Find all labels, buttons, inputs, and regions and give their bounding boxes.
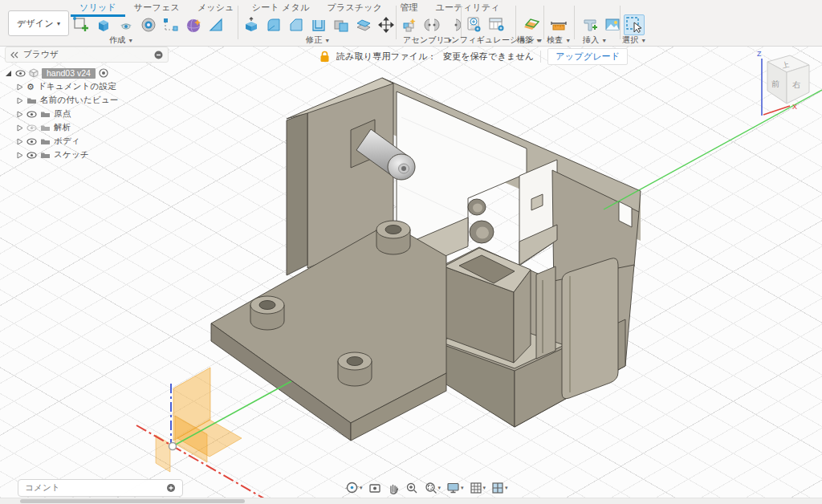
eye-icon[interactable] bbox=[15, 70, 26, 77]
collapsed-triangle-icon[interactable] bbox=[17, 97, 23, 104]
plus-circle-icon[interactable] bbox=[166, 483, 176, 493]
collapsed-triangle-icon[interactable] bbox=[17, 138, 23, 145]
chamfer-icon[interactable] bbox=[286, 14, 306, 35]
comment-box[interactable]: コメント bbox=[18, 479, 183, 497]
browser-item-bodies[interactable]: ボディ bbox=[16, 135, 169, 148]
lock-icon bbox=[319, 51, 330, 63]
upgrade-button[interactable]: アップグレード bbox=[547, 48, 628, 65]
pan-icon[interactable] bbox=[387, 482, 400, 494]
look-at-icon[interactable] bbox=[368, 482, 381, 494]
group-assemble-icons bbox=[399, 14, 464, 35]
rib-icon[interactable] bbox=[206, 14, 226, 35]
toolbar-divider bbox=[543, 6, 544, 39]
browser-item-sketches[interactable]: スケッチ bbox=[16, 148, 169, 161]
group-insert-label[interactable]: 挿入 ▼ bbox=[583, 35, 607, 46]
group-select-label[interactable]: 選択 ▼ bbox=[622, 35, 646, 46]
group-inspect-label[interactable]: 検査 ▼ bbox=[547, 35, 571, 46]
toolbar-divider bbox=[574, 6, 575, 39]
extrude-icon[interactable] bbox=[93, 14, 113, 35]
create-sketch-icon[interactable] bbox=[71, 14, 91, 35]
configuration-table-icon[interactable] bbox=[464, 14, 484, 35]
folder-icon bbox=[40, 110, 51, 118]
browser-root-row[interactable]: hand03 v24 bbox=[5, 67, 169, 79]
eye-icon[interactable] bbox=[26, 152, 37, 159]
offset-face-icon[interactable] bbox=[353, 14, 373, 35]
gear-icon: ⚙ bbox=[26, 82, 35, 92]
chevron-down-icon: ▾ bbox=[57, 20, 60, 27]
configure-features-icon[interactable] bbox=[486, 14, 507, 35]
readonly-label: 読み取り専用ファイル： bbox=[336, 51, 437, 63]
select-icon[interactable] bbox=[624, 14, 645, 35]
design-workspace-label: デザイン bbox=[17, 18, 54, 30]
fusion360-window: Z X 上 前 右 デザイン ▾ ソリッド サーフェス メッシュ シート メタル… bbox=[0, 0, 822, 504]
folder-icon bbox=[40, 151, 51, 159]
group-modify-icons bbox=[241, 14, 396, 35]
design-workspace-button[interactable]: デザイン ▾ bbox=[8, 10, 69, 36]
construction-plane-icon[interactable] bbox=[520, 14, 540, 35]
group-select-icons bbox=[624, 14, 645, 35]
browser-panel: ブラウザ hand03 v24 ⚙ ドキュメントの設定 名前の付いたビュー bbox=[5, 47, 169, 162]
banner-divider bbox=[540, 51, 541, 63]
group-create-label[interactable]: 作成 ▼ bbox=[109, 35, 133, 46]
panel-options-icon[interactable] bbox=[154, 51, 163, 59]
eye-hidden-icon[interactable] bbox=[26, 124, 37, 132]
form-icon[interactable] bbox=[183, 14, 203, 35]
hole-icon[interactable] bbox=[138, 14, 158, 35]
fillet-icon[interactable] bbox=[263, 14, 283, 35]
expanded-triangle-icon[interactable] bbox=[5, 70, 12, 77]
toolbar-divider bbox=[515, 6, 516, 39]
browser-item-document-settings[interactable]: ⚙ ドキュメントの設定 bbox=[16, 80, 169, 93]
new-component-icon[interactable] bbox=[399, 14, 419, 35]
fit-icon[interactable]: ▾ bbox=[424, 481, 442, 494]
collapse-panel-icon[interactable] bbox=[10, 51, 18, 59]
ribbon-toolbar: デザイン ▾ ソリッド サーフェス メッシュ シート メタル プラスチック 管理… bbox=[0, 0, 822, 47]
browser-tree: hand03 v24 ⚙ ドキュメントの設定 名前の付いたビュー 原点 bbox=[5, 67, 169, 161]
move-copy-icon[interactable] bbox=[376, 14, 396, 35]
group-construct-icons bbox=[520, 14, 540, 35]
group-inspect-icons bbox=[548, 14, 568, 35]
navigation-toolbar: ▾ ▾ ▾ ▾ ▾ bbox=[345, 480, 508, 495]
toolbar-divider bbox=[238, 6, 238, 39]
revolve-icon[interactable] bbox=[116, 14, 136, 35]
zoom-icon[interactable] bbox=[405, 482, 418, 494]
insert-mesh-icon[interactable] bbox=[580, 14, 600, 35]
toolbar-divider bbox=[396, 6, 397, 39]
combine-icon[interactable] bbox=[331, 14, 351, 35]
group-construct-label[interactable]: 構築 ▼ bbox=[517, 35, 541, 46]
eye-icon[interactable] bbox=[26, 138, 37, 145]
viewports-icon[interactable]: ▾ bbox=[491, 482, 508, 494]
browser-item-analysis[interactable]: 解析 bbox=[16, 121, 169, 134]
group-modify-label[interactable]: 修正 ▼ bbox=[306, 35, 330, 46]
comment-label: コメント bbox=[25, 482, 60, 494]
collapsed-triangle-icon[interactable] bbox=[17, 152, 23, 159]
collapsed-triangle-icon[interactable] bbox=[17, 111, 23, 118]
display-settings-icon[interactable]: ▾ bbox=[446, 482, 464, 494]
component-icon bbox=[29, 68, 39, 78]
group-create-icons bbox=[71, 14, 226, 35]
group-configuration-icons bbox=[464, 14, 507, 35]
browser-item-origin[interactable]: 原点 bbox=[16, 108, 169, 120]
readonly-message: 変更を保存できません bbox=[443, 51, 535, 63]
browser-header[interactable]: ブラウザ bbox=[5, 47, 169, 63]
folder-icon bbox=[26, 96, 37, 104]
collapsed-triangle-icon[interactable] bbox=[17, 83, 23, 91]
collapsed-triangle-icon[interactable] bbox=[17, 124, 23, 132]
measure-icon[interactable] bbox=[548, 14, 568, 35]
browser-title: ブラウザ bbox=[23, 49, 149, 60]
grid-display-icon[interactable]: ▾ bbox=[470, 482, 486, 494]
group-insert-icons bbox=[580, 14, 622, 35]
pattern-icon[interactable] bbox=[161, 14, 181, 35]
activate-component-icon[interactable] bbox=[99, 68, 108, 78]
orbit-icon[interactable]: ▾ bbox=[345, 481, 363, 494]
joint-icon[interactable] bbox=[421, 14, 442, 35]
press-pull-icon[interactable] bbox=[241, 14, 261, 35]
eye-icon[interactable] bbox=[26, 111, 37, 118]
shell-icon[interactable] bbox=[308, 14, 328, 35]
browser-item-named-views[interactable]: 名前の付いたビュー bbox=[16, 94, 169, 107]
folder-icon bbox=[40, 124, 51, 132]
timeline-scrollbar[interactable] bbox=[20, 499, 245, 503]
readonly-banner: 読み取り専用ファイル： 変更を保存できません アップグレード bbox=[319, 47, 628, 65]
timeline-strip bbox=[0, 498, 822, 504]
document-name[interactable]: hand03 v24 bbox=[42, 68, 96, 79]
toolbar-divider bbox=[620, 6, 621, 39]
